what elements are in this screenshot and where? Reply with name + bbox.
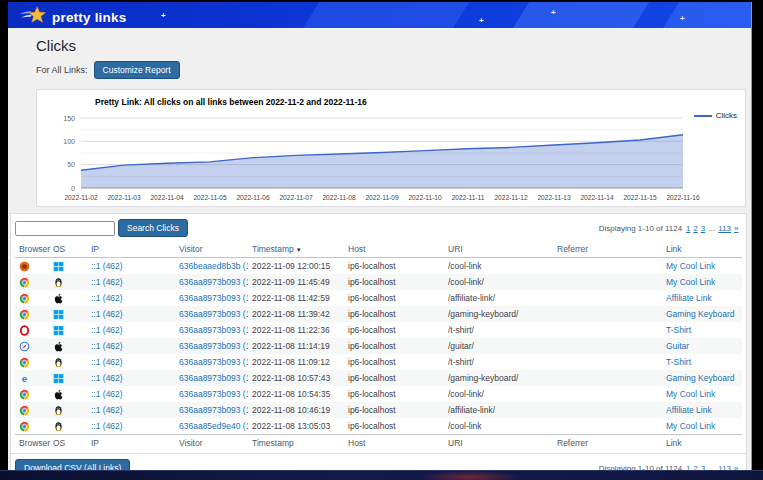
browser-cell: [15, 402, 49, 418]
page-link-last[interactable]: 113: [718, 224, 731, 233]
col-visitor[interactable]: Visitor: [175, 241, 248, 258]
uri-cell: /gaming-keyboard/: [444, 370, 553, 386]
col-os[interactable]: OS: [49, 241, 87, 258]
pretty-link-link[interactable]: T-Shirt: [666, 357, 691, 367]
pretty-link-link[interactable]: My Cool Link: [666, 421, 715, 431]
visitor-link[interactable]: 636aa8973b093 (1): [179, 405, 248, 415]
sparkle-icon: +: [479, 17, 484, 25]
table-body: ::1 (462)636beaaed8b3b (1)2022-11-09 12:…: [15, 258, 742, 435]
ip-link[interactable]: ::1 (462): [91, 357, 123, 367]
uri-cell: /affiliate-link/: [444, 402, 553, 418]
search-clicks-button[interactable]: Search Clicks: [118, 219, 188, 237]
table-header-row: Browser OS IP Visitor Timestamp▼ Host UR…: [15, 241, 742, 258]
link-cell: Affiliate Link: [662, 290, 742, 306]
visitor-link[interactable]: 636aa8973b093 (1): [179, 325, 248, 335]
pretty-link-link[interactable]: Gaming Keyboard: [666, 373, 735, 383]
ip-link[interactable]: ::1 (462): [91, 389, 123, 399]
link-cell: Guitar: [662, 338, 742, 354]
chrome-browser-icon: [19, 405, 45, 416]
ip-link[interactable]: ::1 (462): [91, 373, 123, 383]
visitor-link[interactable]: 636aa85ed9e40 (1): [179, 421, 248, 431]
mac-os-icon: [53, 341, 83, 352]
ip-link[interactable]: ::1 (462): [91, 309, 123, 319]
timestamp-cell: 2022-11-08 10:46:19: [248, 402, 344, 418]
search-group: Search Clicks: [15, 219, 188, 237]
pretty-link-link[interactable]: Gaming Keyboard: [666, 309, 735, 319]
table-row: ::1 (462)636aa8973b093 (1)2022-11-08 10:…: [15, 386, 742, 402]
col-os-footer: OS: [49, 435, 87, 452]
host-cell: ip6-localhost: [344, 274, 444, 290]
chart-legend: Clicks: [694, 111, 737, 120]
bottom-window-strip: [0, 470, 763, 480]
svg-text:50: 50: [67, 161, 75, 168]
pretty-link-link[interactable]: My Cool Link: [666, 261, 715, 271]
col-browser[interactable]: Browser: [15, 241, 49, 258]
visitor-link[interactable]: 636aa8973b093 (1): [179, 293, 248, 303]
col-uri[interactable]: URI: [444, 241, 553, 258]
os-cell: [49, 338, 87, 354]
legend-line-swatch: [694, 115, 712, 117]
col-ip[interactable]: IP: [87, 241, 175, 258]
pretty-link-link[interactable]: My Cool Link: [666, 389, 715, 399]
link-cell: My Cool Link: [662, 274, 742, 290]
ip-link[interactable]: ::1 (462): [91, 341, 123, 351]
page-title: Clicks: [36, 37, 751, 54]
visitor-link[interactable]: 636beaaed8b3b (1): [179, 261, 248, 271]
pretty-links-logo[interactable]: pretty links: [18, 5, 126, 28]
page-link-2[interactable]: 2: [693, 224, 697, 233]
table-row: ::1 (462)636aa8973b093 (1)2022-11-08 11:…: [15, 290, 742, 306]
customize-report-button[interactable]: Customize Report: [94, 61, 180, 79]
visitor-link[interactable]: 636aa8973b093 (1): [179, 309, 248, 319]
link-cell: T-Shirt: [662, 322, 742, 338]
referrer-cell: [553, 322, 662, 338]
timestamp-cell: 2022-11-08 11:22:36: [248, 322, 344, 338]
col-link[interactable]: Link: [662, 241, 742, 258]
ip-link[interactable]: ::1 (462): [91, 405, 123, 415]
logo-text: pretty links: [52, 10, 126, 25]
search-input[interactable]: [15, 221, 115, 236]
col-host-footer: Host: [344, 435, 444, 452]
pretty-link-link[interactable]: T-Shirt: [666, 325, 691, 335]
pretty-link-link[interactable]: Affiliate Link: [666, 293, 712, 303]
col-host[interactable]: Host: [344, 241, 444, 258]
page-link-3[interactable]: 3: [701, 224, 705, 233]
col-uri-footer: URI: [444, 435, 553, 452]
page-link-1[interactable]: 1: [686, 224, 690, 233]
visitor-cell: 636aa8973b093 (1): [175, 306, 248, 322]
chrome-browser-icon: [19, 389, 45, 400]
pagination-top: Displaying 1-10 of 1124 123…113»: [599, 224, 740, 233]
col-referrer-footer: Referrer: [553, 435, 662, 452]
link-cell: Gaming Keyboard: [662, 370, 742, 386]
referrer-cell: [553, 290, 662, 306]
host-cell: ip6-localhost: [344, 354, 444, 370]
col-referrer[interactable]: Referrer: [553, 241, 662, 258]
visitor-link[interactable]: 636aa8973b093 (1): [179, 341, 248, 351]
visitor-link[interactable]: 636aa8973b093 (1): [179, 357, 248, 367]
uri-cell: /t-shirt/: [444, 322, 553, 338]
timestamp-cell: 2022-11-08 11:42:59: [248, 290, 344, 306]
chrome-browser-icon: [19, 277, 45, 288]
col-timestamp-footer: Timestamp: [248, 435, 344, 452]
pretty-link-link[interactable]: Guitar: [666, 341, 689, 351]
ip-cell: ::1 (462): [87, 306, 175, 322]
visitor-link[interactable]: 636aa8973b093 (1): [179, 373, 248, 383]
page-link-next[interactable]: »: [734, 224, 738, 233]
visitor-cell: 636aa8973b093 (1): [175, 402, 248, 418]
col-timestamp[interactable]: Timestamp▼: [248, 241, 344, 258]
linux-os-icon: [53, 405, 83, 416]
download-csv-button[interactable]: Download CSV (All Links): [15, 459, 130, 470]
header-band: [289, 2, 476, 28]
visitor-link[interactable]: 636aa8973b093 (1): [179, 389, 248, 399]
ip-link[interactable]: ::1 (462): [91, 261, 123, 271]
host-cell: ip6-localhost: [344, 386, 444, 402]
chrome-browser-icon: [19, 309, 45, 320]
table-row: ::1 (462)636aa8973b093 (1)2022-11-09 11:…: [15, 274, 742, 290]
ip-link[interactable]: ::1 (462): [91, 421, 123, 431]
pretty-link-link[interactable]: Affiliate Link: [666, 405, 712, 415]
ip-link[interactable]: ::1 (462): [91, 277, 123, 287]
link-cell: Gaming Keyboard: [662, 306, 742, 322]
ip-link[interactable]: ::1 (462): [91, 293, 123, 303]
pretty-link-link[interactable]: My Cool Link: [666, 277, 715, 287]
ip-link[interactable]: ::1 (462): [91, 325, 123, 335]
visitor-link[interactable]: 636aa8973b093 (1): [179, 277, 248, 287]
